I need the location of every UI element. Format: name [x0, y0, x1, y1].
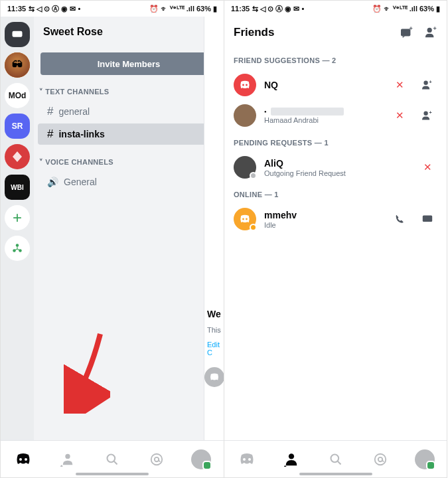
chevron-down-icon: ˅ [39, 158, 43, 167]
dot-icon: ● [264, 110, 267, 114]
invite-members-button[interactable]: Invite Members [40, 52, 217, 75]
nav-home[interactable] [10, 446, 37, 473]
status-time: 11:35 [231, 5, 250, 13]
svg-point-15 [242, 84, 244, 86]
at-icon [149, 452, 164, 467]
bottom-nav [224, 440, 447, 477]
dismiss-button[interactable]: ✕ [390, 75, 410, 95]
friend-name-redacted [271, 108, 344, 116]
friends-icon [284, 452, 299, 467]
svg-point-10 [155, 457, 159, 461]
svg-point-9 [151, 453, 163, 465]
svg-text:+: + [433, 27, 437, 32]
voice-channels-section[interactable]: ˅VOICE CHANNELS + [34, 153, 224, 171]
nav-home[interactable] [234, 446, 260, 473]
suggestions-header: FRIEND SUGGESTIONS — 2 [224, 48, 447, 70]
server-avatar-1[interactable]: 🕶 [5, 52, 30, 78]
server-sr-selected[interactable]: SR [5, 114, 30, 139]
nav-friends[interactable] [54, 446, 81, 473]
chevron-down-icon: ˅ [39, 88, 43, 96]
nav-mentions[interactable] [143, 446, 170, 473]
peek-edit-link[interactable]: Edit C [204, 339, 224, 358]
peek-title: We [204, 307, 224, 321]
svg-point-6 [65, 453, 70, 458]
nav-profile[interactable] [188, 446, 214, 473]
server-dm[interactable] [5, 22, 30, 47]
svg-point-30 [378, 457, 382, 461]
friends-header: Friends + + [224, 17, 447, 48]
new-message-button[interactable]: + [400, 27, 413, 39]
nav-mentions[interactable] [367, 446, 394, 473]
suggestion-row[interactable]: ● Hamaad Andrabi ✕ + [224, 100, 447, 131]
speaker-icon: 🔊 [47, 177, 58, 187]
friend-avatar [234, 74, 256, 96]
cancel-request-button[interactable]: ✕ [417, 157, 437, 177]
server-column: 🕶 MOd SR WBI + [1, 17, 34, 440]
friend-name: AliQ [264, 158, 410, 169]
call-button[interactable] [390, 209, 410, 229]
nav-search[interactable] [99, 446, 125, 473]
peek-discord-logo [204, 367, 224, 387]
friends-title: Friends [234, 26, 274, 39]
explore-icon [11, 242, 23, 254]
phone-icon [394, 214, 405, 224]
status-idle-icon [250, 224, 257, 231]
add-suggestion-button[interactable]: + [417, 106, 437, 125]
svg-text:+: + [429, 110, 431, 116]
online-header: ONLINE — 1 [224, 183, 447, 204]
svg-line-8 [113, 461, 117, 464]
nav-profile[interactable] [411, 446, 438, 473]
message-icon [422, 214, 433, 224]
diamond-icon [11, 150, 24, 163]
channel-name: insta-links [58, 129, 104, 139]
server-wbi[interactable]: WBI [5, 175, 30, 200]
discord-logo-icon [238, 453, 256, 466]
friend-sub: Idle [264, 221, 382, 229]
friends-icon [60, 452, 75, 467]
svg-point-26 [288, 453, 293, 459]
phone-right: 11:35 ⇆ ◁ ⊙ Ⓐ ◉ ✉ • ⏰ ᯤ ⱽᵒᴸᵀᴱ .ıll 63% ▮… [224, 0, 447, 478]
hash-icon: # [47, 105, 53, 118]
nav-search[interactable] [323, 446, 349, 473]
friend-avatar [234, 208, 256, 230]
online-row[interactable]: mmehv Idle [224, 204, 447, 234]
svg-text:+: + [429, 80, 431, 85]
status-icons-right: ⏰ ᯤ ⱽᵒᴸᵀᴱ .ıll [149, 5, 194, 13]
voice-channel-general[interactable]: 🔊 General [38, 171, 220, 193]
pending-row[interactable]: AliQ Outgoing Friend Request ✕ [224, 152, 447, 183]
suggestion-row[interactable]: NQ ✕ + [224, 70, 447, 100]
add-friend-button[interactable]: + [424, 27, 437, 39]
message-button[interactable] [417, 209, 437, 229]
svg-point-5 [25, 458, 27, 461]
add-suggestion-button[interactable]: + [417, 75, 437, 95]
friend-avatar [234, 156, 256, 179]
status-bar: 11:35 ⇆ ◁ ⊙ Ⓐ ◉ ✉ • ⏰ ᯤ ⱽᵒᴸᵀᴱ .ıll 63% ▮ [224, 1, 447, 17]
friend-name: mmehv [264, 210, 382, 220]
battery-icon: ▮ [436, 5, 440, 13]
friend-sub: Hamaad Andrabi [264, 116, 382, 124]
svg-point-22 [246, 218, 248, 220]
svg-point-27 [331, 454, 338, 462]
server-explore-button[interactable] [5, 236, 30, 261]
nav-friends[interactable] [278, 446, 305, 473]
search-icon [106, 453, 119, 466]
search-icon [329, 453, 342, 466]
server-mod[interactable]: MOd [5, 83, 30, 108]
channel-panel: Sweet Rose ⋮ Invite Members ˅TEXT CHANNE… [34, 17, 224, 440]
person-plus-icon: + [424, 27, 437, 39]
channel-general[interactable]: # general [38, 101, 220, 122]
svg-point-4 [19, 458, 22, 461]
dismiss-button[interactable]: ✕ [390, 106, 410, 125]
channel-insta-links[interactable]: # insta-links [38, 123, 220, 145]
avatar-icon [415, 449, 435, 469]
svg-point-13 [427, 28, 432, 33]
channel-header: Sweet Rose ⋮ [34, 17, 224, 47]
discord-icon [238, 80, 252, 90]
server-red[interactable] [5, 144, 30, 169]
gesture-bar [299, 473, 372, 475]
svg-point-16 [246, 84, 248, 86]
server-add-button[interactable]: + [5, 205, 30, 230]
friend-name: NQ [264, 80, 382, 90]
text-channels-section[interactable]: ˅TEXT CHANNELS + [34, 83, 224, 100]
person-plus-icon: + [421, 110, 433, 121]
